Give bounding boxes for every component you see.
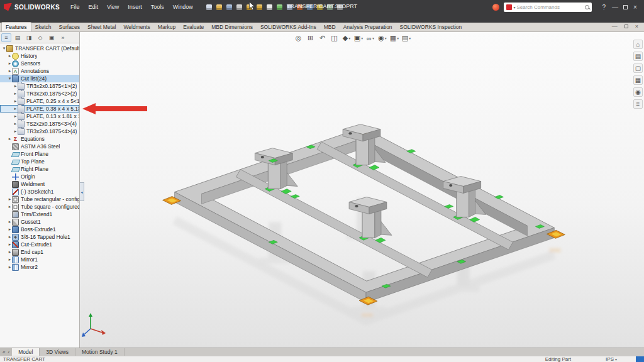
view-settings-icon[interactable]: ▤▾ bbox=[401, 33, 411, 43]
appearances-icon[interactable]: ◉ bbox=[633, 87, 643, 97]
panel-expand-icon[interactable]: » bbox=[58, 33, 68, 42]
file-properties-icon[interactable] bbox=[286, 3, 294, 11]
appearance-icon[interactable] bbox=[296, 3, 304, 11]
hide-show-items-icon[interactable]: ∞▾ bbox=[365, 33, 375, 43]
minimize-button[interactable]: — bbox=[610, 4, 620, 11]
menu-view[interactable]: View bbox=[103, 4, 123, 10]
tree-item[interactable]: ▸ Equations bbox=[0, 135, 79, 143]
featuremanager-tab-icon[interactable]: ≡ bbox=[1, 33, 11, 42]
tree-item[interactable]: ▸ Annotations bbox=[0, 67, 79, 75]
previous-view-icon[interactable]: ↶ bbox=[318, 33, 328, 43]
tree-item[interactable]: ▸ End cap1 bbox=[0, 248, 79, 256]
configurationmanager-tab-icon[interactable]: ◨ bbox=[24, 33, 34, 42]
tree-item[interactable]: Weldment bbox=[0, 180, 79, 188]
ribbon-tab-mbd-dimensions[interactable]: MBD Dimensions bbox=[208, 22, 257, 31]
expand-arrow-icon[interactable]: ▸ bbox=[13, 114, 18, 119]
save-icon[interactable] bbox=[225, 3, 233, 11]
doc-tab-motion-study-1[interactable]: Motion Study 1 bbox=[75, 348, 125, 356]
tree-item[interactable]: ▸ TR3x2x0.1875<1>(2) bbox=[0, 82, 79, 90]
expand-arrow-icon[interactable]: ▸ bbox=[8, 219, 12, 224]
ribbon-tab-weldments[interactable]: Weldments bbox=[119, 22, 153, 31]
expand-arrow-icon[interactable]: ▸ bbox=[13, 84, 18, 89]
print-icon[interactable] bbox=[235, 3, 243, 11]
tree-item[interactable]: ▸ 3/8-16 Tapped Hole1 bbox=[0, 233, 79, 241]
tree-item[interactable]: ▸ Mirror1 bbox=[0, 256, 79, 263]
tree-item[interactable]: ▸ Tube rectangular - configured TR3 bbox=[0, 195, 79, 203]
tree-item[interactable]: ▸ Tube square - configured TS2X2X0 bbox=[0, 203, 79, 211]
ribbon-tab-evaluate[interactable]: Evaluate bbox=[179, 22, 208, 31]
expand-arrow-icon[interactable]: ▸ bbox=[8, 136, 12, 141]
new-file-icon[interactable] bbox=[205, 3, 213, 11]
expand-arrow-icon[interactable]: ▸ bbox=[13, 91, 18, 96]
tree-item[interactable]: Top Plane bbox=[0, 158, 79, 165]
scroll-tabs-start-icon[interactable]: « bbox=[3, 349, 5, 355]
search-icon[interactable] bbox=[585, 5, 589, 9]
expand-arrow-icon[interactable]: ▸ bbox=[8, 53, 12, 58]
expand-arrow-icon[interactable]: ▸ bbox=[8, 204, 12, 209]
tree-item[interactable]: ▸ TR3x2x0.1875<4>(4) bbox=[0, 128, 79, 135]
ribbon-tab-analysis-preparation[interactable]: Analysis Preparation bbox=[340, 22, 396, 31]
close-button[interactable]: × bbox=[630, 4, 640, 11]
doc-tab-model[interactable]: Model bbox=[12, 348, 40, 356]
edit-appearance-icon[interactable]: ◉▾ bbox=[377, 33, 387, 43]
expand-arrow-icon[interactable]: ▸ bbox=[8, 242, 12, 247]
expand-arrow-icon[interactable]: ▸ bbox=[8, 250, 12, 255]
menu-tools[interactable]: Tools bbox=[147, 4, 169, 10]
expand-arrow-icon[interactable]: ▸ bbox=[8, 227, 12, 232]
expand-arrow-icon[interactable]: ▸ bbox=[8, 61, 12, 66]
measure-icon[interactable] bbox=[316, 3, 324, 11]
redo-icon[interactable] bbox=[255, 3, 264, 11]
tree-item-plate-highlighted[interactable]: ▸ PLATE, 0.38 x 4 x 5.13<1>(4) bbox=[0, 105, 79, 112]
tree-item[interactable]: ▸ Mirror2 bbox=[0, 263, 79, 271]
ribbon-tab-sketch[interactable]: Sketch bbox=[31, 22, 55, 31]
menu-window[interactable]: Window bbox=[169, 4, 197, 10]
expand-arrow-icon[interactable]: ▾ bbox=[8, 76, 12, 81]
tree-item[interactable]: ▸ Gusset1 bbox=[0, 218, 79, 226]
tree-item[interactable]: ▸ Cut-Extrude1 bbox=[0, 241, 79, 248]
menu-file[interactable]: File bbox=[66, 4, 84, 10]
tree-item[interactable]: ▸ TS2x2x0.1875<3>(4) bbox=[0, 120, 79, 128]
scroll-tabs-left-icon[interactable]: ‹ bbox=[8, 349, 9, 355]
doc-tab-3d-views[interactable]: 3D Views bbox=[40, 348, 75, 356]
help-icon[interactable]: ? bbox=[602, 4, 606, 11]
tree-item[interactable]: ▸ PLATE, 0.25 x 4 x 5<1>(4) bbox=[0, 97, 79, 105]
graphics-area[interactable]: ◎⊞↶◫◆▾▣▾∞▾◉▾▦▾▤▾ ⌂▤▢▦◉≡ bbox=[80, 32, 644, 348]
tree-item[interactable]: Front Plane bbox=[0, 150, 79, 158]
options-icon[interactable] bbox=[336, 3, 344, 11]
tree-item[interactable]: (-) 3DSketch1 bbox=[0, 188, 79, 195]
tree-item[interactable]: Right Plane bbox=[0, 165, 79, 173]
doc-close-button[interactable]: × bbox=[635, 24, 638, 30]
expand-arrow-icon[interactable]: ▸ bbox=[8, 234, 12, 239]
ribbon-tab-mbd[interactable]: MBD bbox=[320, 22, 340, 31]
section-view-icon[interactable] bbox=[306, 3, 314, 11]
open-file-icon[interactable] bbox=[215, 3, 223, 11]
expand-arrow-icon[interactable]: ▸ bbox=[8, 197, 12, 202]
expand-arrow-icon[interactable]: ▸ bbox=[8, 69, 12, 74]
tree-item[interactable]: ▸ Boss-Extrude1 bbox=[0, 226, 79, 233]
panel-collapse-handle[interactable]: ◂ bbox=[80, 182, 84, 201]
material-icon[interactable] bbox=[326, 3, 334, 11]
ribbon-tab-surfaces[interactable]: Surfaces bbox=[55, 22, 84, 31]
ribbon-tab-markup[interactable]: Markup bbox=[154, 22, 179, 31]
display-style-icon[interactable]: ▣▾ bbox=[353, 33, 364, 43]
expand-arrow-icon[interactable]: ▸ bbox=[13, 106, 18, 111]
expand-arrow-icon[interactable]: ▸ bbox=[13, 99, 18, 104]
tree-item[interactable]: Origin bbox=[0, 173, 79, 180]
menu-edit[interactable]: Edit bbox=[84, 4, 103, 10]
lifecycle-status-icon[interactable] bbox=[492, 4, 499, 11]
file-explorer-icon[interactable]: ▢ bbox=[633, 63, 643, 73]
tree-item[interactable]: ▸ TR3x2x0.1875<2>(2) bbox=[0, 90, 79, 97]
propertymanager-tab-icon[interactable]: ▤ bbox=[13, 33, 23, 42]
tree-item-root[interactable]: ▾ TRANSFER CART (Default<As Machi bbox=[0, 45, 79, 52]
search-commands-input[interactable] bbox=[516, 4, 584, 10]
view-palette-icon[interactable]: ▦ bbox=[633, 75, 643, 85]
zoom-area-icon[interactable]: ⊞ bbox=[306, 33, 316, 43]
tree-item[interactable]: ASTM A36 Steel bbox=[0, 143, 79, 150]
ribbon-tab-solidworks-inspection[interactable]: SOLIDWORKS Inspection bbox=[396, 22, 466, 31]
tree-item[interactable]: Trim/Extend1 bbox=[0, 211, 79, 218]
apply-scene-icon[interactable]: ▦▾ bbox=[389, 33, 399, 43]
expand-arrow-icon[interactable]: ▸ bbox=[13, 129, 18, 134]
tree-item-cut-list[interactable]: ▾ Cut list(24) bbox=[0, 75, 79, 82]
view-orientation-icon[interactable]: ◆▾ bbox=[341, 33, 352, 43]
rebuild-icon[interactable] bbox=[275, 3, 284, 11]
